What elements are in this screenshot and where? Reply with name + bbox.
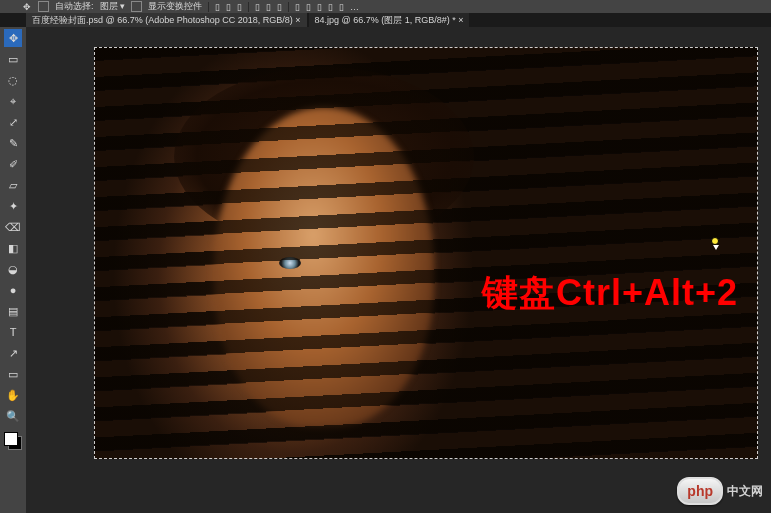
watermark-badge: php — [677, 477, 723, 505]
dodge-tool-icon[interactable]: ● — [4, 281, 22, 299]
align-icon[interactable]: ▯ — [237, 2, 242, 12]
healing-tool-icon[interactable]: ✐ — [4, 155, 22, 173]
type-tool-icon[interactable]: T — [4, 323, 22, 341]
separator — [208, 2, 209, 12]
align-icon[interactable]: ▯ — [215, 2, 220, 12]
eraser-tool-icon[interactable]: ⌫ — [4, 218, 22, 236]
transform-checkbox[interactable] — [131, 1, 142, 12]
hand-tool-icon[interactable]: ✋ — [4, 386, 22, 404]
annotation-text: 键盘Ctrl+Alt+2 — [482, 269, 738, 318]
toolbox: ✥ ▭ ◌ ⌖ ⤢ ✎ ✐ ▱ ✦ ⌫ ◧ ◒ ● ▤ T ↗ ▭ ✋ 🔍 — [0, 27, 26, 513]
auto-select-label: 自动选择: — [55, 0, 94, 13]
watermark: php 中文网 — [677, 477, 763, 505]
gradient-tool-icon[interactable]: ◧ — [4, 239, 22, 257]
distribute-icon[interactable]: ▯ — [306, 2, 311, 12]
zoom-tool-icon[interactable]: 🔍 — [4, 407, 22, 425]
move-tool-icon: ✥ — [22, 2, 32, 12]
color-swatches[interactable] — [4, 432, 22, 450]
document-canvas[interactable]: 键盘Ctrl+Alt+2 — [94, 47, 758, 459]
auto-select-checkbox[interactable] — [38, 1, 49, 12]
layer-dropdown[interactable]: 图层 ▾ — [100, 0, 126, 13]
shape-tool-icon[interactable]: ▭ — [4, 365, 22, 383]
watermark-text: 中文网 — [727, 483, 763, 500]
options-bar: ✥ 自动选择: 图层 ▾ 显示变换控件 ▯ ▯ ▯ ▯ ▯ ▯ ▯ ▯ ▯ ▯ … — [0, 0, 771, 13]
tab-document-2[interactable]: 84.jpg @ 66.7% (图层 1, RGB/8#) * × — [309, 13, 470, 28]
foreground-color-swatch[interactable] — [4, 432, 18, 446]
brush-tool-icon[interactable]: ▱ — [4, 176, 22, 194]
path-tool-icon[interactable]: ↗ — [4, 344, 22, 362]
stamp-tool-icon[interactable]: ✦ — [4, 197, 22, 215]
quick-select-tool-icon[interactable]: ⌖ — [4, 92, 22, 110]
photo-shadow-stripes — [94, 47, 758, 459]
pen-tool-icon[interactable]: ▤ — [4, 302, 22, 320]
lasso-tool-icon[interactable]: ◌ — [4, 71, 22, 89]
transform-label: 显示变换控件 — [148, 0, 202, 13]
distribute-icon[interactable]: ▯ — [317, 2, 322, 12]
move-tool-icon[interactable]: ✥ — [4, 29, 22, 47]
separator — [288, 2, 289, 12]
eyedropper-tool-icon[interactable]: ✎ — [4, 134, 22, 152]
tab-document-1[interactable]: 百度经验封面.psd @ 66.7% (Adobe Photoshop CC 2… — [26, 13, 307, 28]
align-icon[interactable]: ▯ — [226, 2, 231, 12]
distribute-icon[interactable]: ▯ — [339, 2, 344, 12]
cursor-icon — [708, 237, 720, 249]
more-icon[interactable]: … — [350, 2, 359, 12]
separator — [248, 2, 249, 12]
distribute-icon[interactable]: ▯ — [328, 2, 333, 12]
blur-tool-icon[interactable]: ◒ — [4, 260, 22, 278]
tab-label: 百度经验封面.psd @ 66.7% (Adobe Photoshop CC 2… — [32, 14, 301, 27]
align-icon[interactable]: ▯ — [266, 2, 271, 12]
marquee-tool-icon[interactable]: ▭ — [4, 50, 22, 68]
distribute-icon[interactable]: ▯ — [295, 2, 300, 12]
align-icon[interactable]: ▯ — [277, 2, 282, 12]
canvas-area: 键盘Ctrl+Alt+2 — [26, 27, 771, 513]
align-icon[interactable]: ▯ — [255, 2, 260, 12]
document-tabs: 百度经验封面.psd @ 66.7% (Adobe Photoshop CC 2… — [26, 13, 469, 27]
tab-label: 84.jpg @ 66.7% (图层 1, RGB/8#) * × — [315, 14, 464, 27]
crop-tool-icon[interactable]: ⤢ — [4, 113, 22, 131]
